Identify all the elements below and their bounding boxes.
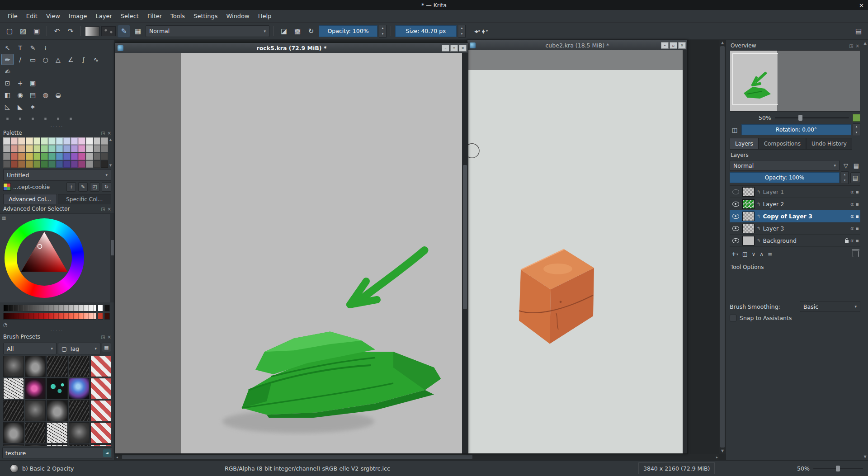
dynamic-brush-tool[interactable]: ✍ bbox=[1, 66, 14, 77]
close-docker-icon[interactable]: × bbox=[856, 43, 859, 48]
misc-tool-2[interactable]: ▪ bbox=[52, 113, 64, 124]
tag-select[interactable]: ▢ Tag ▾ bbox=[58, 343, 100, 354]
spin-down-icon[interactable]: ▾ bbox=[853, 130, 860, 136]
palette-swatch[interactable] bbox=[78, 160, 85, 168]
rectangle-tool[interactable]: ▭ bbox=[27, 54, 39, 65]
move-layer-down-button[interactable]: ∨ bbox=[751, 251, 755, 257]
rock5-canvas-area[interactable] bbox=[115, 53, 468, 453]
palette-swatch[interactable] bbox=[18, 137, 25, 145]
clear-search-icon[interactable]: ◄ bbox=[103, 449, 111, 457]
palette-swatch[interactable] bbox=[11, 153, 18, 160]
brush-preset-thumbnail[interactable] bbox=[25, 400, 46, 421]
palette-swatch[interactable] bbox=[71, 160, 78, 168]
palette-swatch[interactable] bbox=[56, 153, 63, 160]
right-panel-scrollbar[interactable]: ▲ ▼ bbox=[862, 40, 868, 460]
palette-swatch[interactable] bbox=[101, 145, 108, 152]
palette-swatch[interactable] bbox=[78, 137, 85, 145]
brush-preset-thumbnail[interactable] bbox=[69, 378, 90, 399]
close-docker-icon[interactable]: × bbox=[108, 335, 111, 339]
mirror-horizontal-button[interactable]: ◂▸▾ bbox=[474, 28, 480, 34]
float-docker-icon[interactable]: ◳ bbox=[101, 131, 105, 136]
scroll-up-icon[interactable]: ▲ bbox=[109, 138, 112, 141]
palette-swatch[interactable] bbox=[33, 160, 41, 168]
layer-style-icon[interactable]: ▪ bbox=[856, 189, 859, 195]
brush-smoothing-select[interactable]: Basic ▾ bbox=[800, 301, 860, 312]
palette-swatch[interactable] bbox=[94, 137, 101, 145]
alpha-lock-icon[interactable]: α bbox=[850, 213, 854, 219]
assistants-tool[interactable]: ∗ bbox=[27, 101, 39, 112]
scroll-left-icon[interactable]: ◂ bbox=[115, 454, 119, 460]
fit-canvas-button[interactable] bbox=[853, 114, 860, 122]
transform-tool[interactable]: ⊡ bbox=[1, 77, 14, 89]
polygon-tool[interactable]: △ bbox=[52, 54, 64, 65]
redo-button[interactable]: ↷ bbox=[65, 25, 76, 37]
misc-tool-1[interactable]: ▪ bbox=[39, 113, 52, 124]
bezier-curve-tool[interactable]: ∫ bbox=[77, 54, 90, 65]
brush-preset-thumbnail[interactable] bbox=[3, 400, 24, 421]
palette-swatch[interactable] bbox=[86, 160, 93, 168]
preserve-alpha-button[interactable]: ▩ bbox=[292, 25, 303, 37]
brush-search-input[interactable] bbox=[3, 450, 103, 457]
menu-layer[interactable]: Layer bbox=[92, 11, 116, 21]
mdi-horizontal-scrollbar[interactable]: ◂ ▸ bbox=[115, 454, 719, 460]
mdi-vertical-scrollbar[interactable]: ▲ ▼ bbox=[719, 40, 726, 454]
scroll-down-icon[interactable]: ▼ bbox=[719, 449, 726, 453]
layer-style-icon[interactable]: ▪ bbox=[856, 213, 859, 219]
brush-preset-thumbnail[interactable] bbox=[47, 378, 67, 399]
minimize-icon[interactable]: – bbox=[442, 45, 449, 52]
palette-swatch[interactable] bbox=[78, 145, 85, 152]
polyline-tool[interactable]: ∠ bbox=[65, 54, 77, 65]
mirror-canvas-icon[interactable]: ◫ bbox=[730, 125, 740, 135]
fill-tool[interactable]: ◒ bbox=[52, 89, 64, 100]
ellipse-tool[interactable]: ○ bbox=[39, 54, 52, 65]
brush-preset-thumbnail[interactable] bbox=[25, 356, 46, 377]
size-slider-spinner[interactable]: ▴▾ bbox=[458, 25, 466, 38]
menu-filter[interactable]: Filter bbox=[143, 11, 166, 21]
brush-preset-thumbnail[interactable] bbox=[3, 422, 24, 443]
alpha-lock-icon[interactable]: α bbox=[850, 201, 854, 207]
palette-scrollbar[interactable]: ▲ ▼ bbox=[108, 137, 113, 168]
add-layer-button[interactable]: + ▾ bbox=[731, 251, 738, 257]
layer-style-icon[interactable]: ▪ bbox=[856, 238, 859, 244]
palette-swatch[interactable] bbox=[101, 160, 108, 168]
palette-swatch[interactable] bbox=[3, 160, 10, 168]
close-icon[interactable]: × bbox=[459, 45, 467, 52]
palette-swatch[interactable] bbox=[3, 137, 10, 145]
white-swatch[interactable] bbox=[98, 305, 103, 311]
palette-swatch[interactable] bbox=[56, 145, 63, 152]
selector-scrollbar[interactable] bbox=[110, 214, 114, 302]
rock5-canvas[interactable] bbox=[181, 53, 462, 453]
overview-zoom-slider[interactable] bbox=[775, 117, 849, 118]
layer-row-layer-2[interactable]: ↰Layer 2α▪ bbox=[730, 198, 860, 210]
close-icon[interactable]: × bbox=[678, 42, 686, 49]
opacity-slider-spinner[interactable]: ▴▾ bbox=[379, 25, 387, 38]
import-palette-button[interactable]: ◰ bbox=[90, 182, 99, 192]
palette-swatch[interactable] bbox=[71, 153, 78, 160]
brush-preset-thumbnail[interactable] bbox=[47, 444, 67, 446]
brush-preset-thumbnail[interactable] bbox=[90, 378, 111, 399]
palette-swatch[interactable] bbox=[33, 153, 41, 160]
palette-swatch[interactable] bbox=[33, 145, 41, 152]
layer-style-icon[interactable]: ▪ bbox=[856, 226, 859, 231]
palette-swatch[interactable] bbox=[71, 145, 78, 152]
freehand-path-tool[interactable]: ∿ bbox=[90, 54, 102, 65]
sync-palette-button[interactable]: ↻ bbox=[102, 182, 111, 192]
menu-edit[interactable]: Edit bbox=[22, 11, 42, 21]
brush-preset-thumbnail[interactable] bbox=[90, 422, 111, 443]
mirror-vertical-button[interactable]: ◂▸▾ bbox=[482, 28, 488, 34]
brush-preset-thumbnail[interactable] bbox=[3, 444, 24, 446]
cube2-canvas[interactable] bbox=[467, 70, 683, 453]
layer-visibility-toggle[interactable] bbox=[731, 238, 740, 243]
palette-swatch[interactable] bbox=[3, 153, 10, 160]
tab-compositions[interactable]: Compositions bbox=[759, 138, 806, 150]
layer-visibility-toggle[interactable] bbox=[731, 202, 740, 207]
measure-tool[interactable]: ◺ bbox=[1, 101, 14, 112]
palette-swatch[interactable] bbox=[56, 160, 63, 168]
layer-view-options-icon[interactable]: ▤ bbox=[852, 160, 860, 170]
docker-splitter[interactable]: ····· bbox=[0, 329, 114, 332]
gradient-tool[interactable]: ◧ bbox=[1, 89, 14, 100]
preset-view-mode-button[interactable]: ▦ bbox=[102, 343, 111, 352]
maximize-icon[interactable]: ▫ bbox=[450, 45, 458, 52]
blending-mode-select[interactable]: Normal▾ bbox=[146, 25, 269, 37]
line-tool[interactable]: ∕ bbox=[14, 54, 26, 65]
